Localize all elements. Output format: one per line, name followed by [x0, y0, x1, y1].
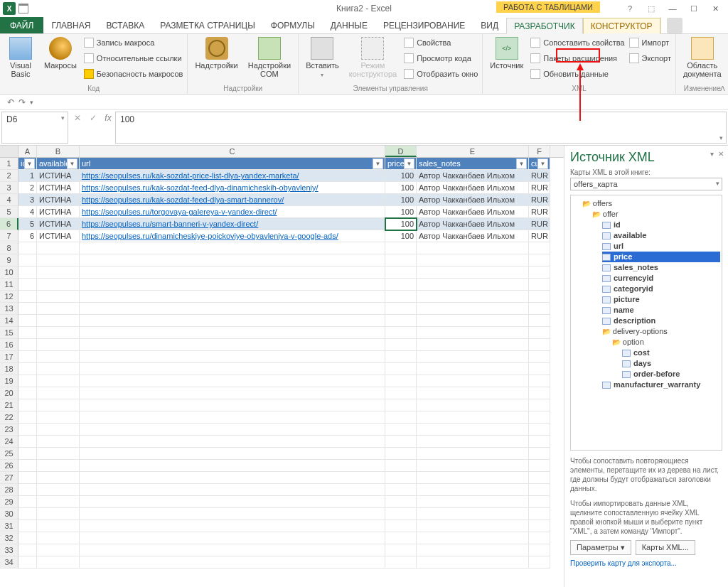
tree-leaf[interactable]: id [602, 220, 720, 230]
tab-insert[interactable]: ВСТАВКА [98, 17, 152, 33]
row-header[interactable]: 2 [0, 170, 18, 182]
cell-sales[interactable]: Автор Чакканбаев Ильхом [417, 182, 529, 194]
tab-view[interactable]: ВИД [473, 17, 506, 33]
cell-cur[interactable]: RUR [529, 194, 550, 206]
col-header-D[interactable]: D [385, 146, 417, 157]
collapse-ribbon-icon[interactable]: ᐱ [720, 85, 725, 92]
row-header[interactable]: 13 [0, 303, 18, 315]
row-header[interactable]: 21 [0, 399, 18, 411]
row-header[interactable]: 7 [0, 230, 18, 242]
tab-design[interactable]: КОНСТРУКТОР [583, 18, 660, 34]
close-button[interactable]: ✕ [705, 1, 725, 16]
row-header[interactable]: 17 [0, 351, 18, 363]
cell-price[interactable]: 100 [385, 206, 417, 218]
row-header[interactable]: 15 [0, 327, 18, 339]
cell-price[interactable]: 100 [385, 218, 417, 230]
file-tab[interactable]: ФАЙЛ [0, 17, 43, 33]
tree-leaf[interactable]: sales_notes [602, 262, 720, 273]
macro-security-button[interactable]: Безопасность макросов [84, 67, 183, 81]
cell-id[interactable]: 2 [18, 182, 37, 194]
cell-id[interactable]: 4 [18, 206, 37, 218]
cell-sales[interactable]: Автор Чакканбаев Ильхом [417, 170, 529, 182]
xml-tree[interactable]: offers offer idavailableurlpricesales_no… [570, 195, 722, 451]
cell-id[interactable]: 1 [18, 170, 37, 182]
verify-export-link[interactable]: Проверить карту для экспорта... [570, 559, 722, 567]
insert-control-button[interactable]: Вставить▾ [303, 36, 342, 81]
pane-options-icon[interactable]: ▾ [710, 150, 714, 158]
th-cur[interactable]: curr [529, 158, 550, 170]
fx-icon[interactable]: fx [101, 110, 115, 145]
cell-url[interactable]: https://seopulses.ru/torgovaya-galereya-… [80, 206, 385, 218]
row-header[interactable]: 3 [0, 182, 18, 194]
tree-leaf[interactable]: price [602, 252, 720, 262]
cell-sales[interactable]: Автор Чакканбаев Ильхом [417, 230, 529, 242]
row-header[interactable]: 32 [0, 532, 18, 544]
row-header[interactable]: 11 [0, 279, 18, 291]
row-header[interactable]: 27 [0, 472, 18, 484]
cell-id[interactable]: 6 [18, 230, 37, 242]
xml-maps-button[interactable]: Карты XML... [636, 540, 695, 555]
accept-formula-icon[interactable]: ✓ [85, 113, 101, 123]
col-header-B[interactable]: B [37, 146, 80, 157]
qat-customize-icon[interactable]: ▾ [30, 99, 33, 106]
tree-leaf[interactable]: categoryid [602, 284, 720, 294]
cell-url[interactable]: https://seopulses.ru/smart-banneri-v-yan… [80, 218, 385, 230]
cell-price[interactable]: 100 [385, 182, 417, 194]
col-header-F[interactable]: F [529, 146, 550, 157]
cell-price[interactable]: 100 [385, 170, 417, 182]
help-icon[interactable]: ? [620, 1, 640, 16]
refresh-data-button[interactable]: Обновить данные [530, 67, 624, 81]
xml-source-button[interactable]: Источник [487, 36, 526, 71]
tree-leaf[interactable]: cost [622, 348, 720, 358]
row-header[interactable]: 20 [0, 387, 18, 399]
th-url[interactable]: url [80, 158, 385, 170]
name-box[interactable]: D6 [1, 112, 68, 144]
xml-map-select[interactable]: offers_карта [570, 178, 722, 190]
row-header[interactable]: 5 [0, 206, 18, 218]
cell-cur[interactable]: RUR [529, 218, 550, 230]
visual-basic-button[interactable]: Visual Basic [4, 36, 37, 80]
row-header[interactable]: 9 [0, 254, 18, 266]
tree-leaf[interactable]: available [602, 230, 720, 241]
col-header-A[interactable]: A [18, 146, 37, 157]
tree-leaf[interactable]: days [622, 358, 720, 369]
tree-node-offers[interactable]: offers offer idavailableurlpricesales_no… [582, 198, 720, 390]
cell-available[interactable]: ИСТИНА [37, 218, 80, 230]
relative-refs-button[interactable]: Относительные ссылки [84, 51, 183, 65]
cell-id[interactable]: 5 [18, 218, 37, 230]
tab-formulas[interactable]: ФОРМУЛЫ [263, 17, 323, 33]
record-macro-button[interactable]: Запись макроса [84, 36, 183, 50]
row-header[interactable]: 10 [0, 266, 18, 279]
properties-button[interactable]: Свойства [404, 36, 478, 50]
row-header[interactable]: 25 [0, 448, 18, 460]
select-all-corner[interactable] [0, 146, 18, 157]
row-header[interactable]: 29 [0, 496, 18, 508]
macros-button[interactable]: Макросы [41, 36, 80, 71]
row-header[interactable]: 34 [0, 556, 18, 569]
row-header[interactable]: 4 [0, 194, 18, 206]
design-mode-button[interactable]: Режим конструктора [346, 36, 400, 80]
row-header[interactable]: 23 [0, 424, 18, 436]
minimize-button[interactable]: — [663, 1, 682, 16]
cell-url[interactable]: https://seopulses.ru/kak-sozdat-price-li… [80, 170, 385, 182]
undo-button[interactable]: ↶ [7, 97, 14, 107]
th-available[interactable]: available [37, 158, 80, 170]
addins-button[interactable]: Надстройки [192, 36, 240, 71]
expansion-packs-button[interactable]: Пакеты расширения [530, 51, 624, 65]
run-dialog-button[interactable]: Отобразить окно [404, 67, 478, 81]
tree-leaf[interactable]: picture [602, 294, 720, 305]
document-panel-button[interactable]: Область документа [680, 36, 724, 80]
th-id[interactable]: id [18, 158, 37, 170]
ribbon-display-icon[interactable]: ⬚ [641, 1, 661, 16]
cell-available[interactable]: ИСТИНА [37, 170, 80, 182]
cell-sales[interactable]: Автор Чакканбаев Ильхом [417, 206, 529, 218]
cell-url[interactable]: https://seopulses.ru/kak-sozdat-feed-dly… [80, 182, 385, 194]
view-code-button[interactable]: Просмотр кода [404, 51, 478, 65]
cell-cur[interactable]: RUR [529, 170, 550, 182]
cell-url[interactable]: https://seopulses.ru/kak-sozdat-feed-dly… [80, 194, 385, 206]
spreadsheet-grid[interactable]: A B C D E F 1 id available url price sal… [0, 146, 564, 587]
th-price[interactable]: price [385, 158, 417, 170]
maximize-button[interactable]: ☐ [684, 1, 704, 16]
row-header[interactable]: 14 [0, 315, 18, 327]
tree-leaf[interactable]: url [602, 241, 720, 252]
